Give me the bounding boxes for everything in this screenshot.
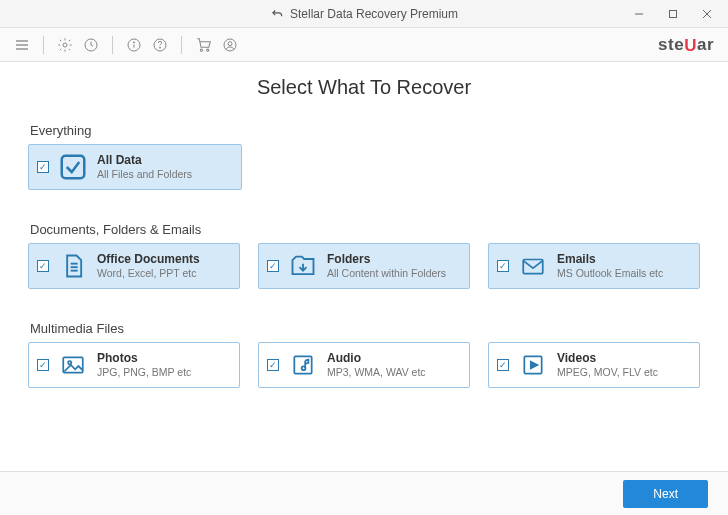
- checkbox-photos[interactable]: ✓: [37, 359, 49, 371]
- window-minimize-button[interactable]: [622, 0, 656, 28]
- card-folders[interactable]: ✓ Folders All Content within Folders: [258, 243, 470, 289]
- toolbar: steUar: [0, 28, 728, 62]
- svg-point-7: [63, 43, 67, 47]
- card-audio[interactable]: ✓ Audio MP3, WMA, WAV etc: [258, 342, 470, 388]
- checkbox-videos[interactable]: ✓: [497, 359, 509, 371]
- svg-rect-18: [62, 156, 85, 179]
- svg-point-27: [302, 366, 306, 370]
- card-title: Photos: [97, 351, 191, 366]
- folder-download-icon: [287, 250, 319, 282]
- check-large-icon: [57, 151, 89, 183]
- footer: Next: [0, 471, 728, 515]
- checkbox-office[interactable]: ✓: [37, 260, 49, 272]
- checkbox-all-data[interactable]: ✓: [37, 161, 49, 173]
- svg-marker-29: [531, 362, 538, 369]
- gear-icon[interactable]: [57, 37, 73, 53]
- music-note-icon: [287, 349, 319, 381]
- checkbox-audio[interactable]: ✓: [267, 359, 279, 371]
- svg-point-15: [207, 49, 209, 51]
- window-close-button[interactable]: [690, 0, 724, 28]
- checkbox-emails[interactable]: ✓: [497, 260, 509, 272]
- section-label-media: Multimedia Files: [30, 321, 700, 336]
- svg-rect-1: [670, 10, 677, 17]
- card-sub: All Files and Folders: [97, 168, 192, 181]
- card-title: Office Documents: [97, 252, 200, 267]
- svg-point-13: [159, 47, 160, 48]
- card-title: Videos: [557, 351, 658, 366]
- card-title: All Data: [97, 153, 192, 168]
- document-icon: [57, 250, 89, 282]
- card-sub: MP3, WMA, WAV etc: [327, 366, 426, 379]
- play-icon: [517, 349, 549, 381]
- menu-icon[interactable]: [14, 37, 30, 53]
- brand-logo: steUar: [658, 35, 714, 55]
- card-title: Emails: [557, 252, 663, 267]
- titlebar: Stellar Data Recovery Premium: [0, 0, 728, 28]
- card-sub: All Content within Folders: [327, 267, 446, 280]
- toolbar-separator: [43, 36, 44, 54]
- svg-rect-23: [523, 260, 543, 274]
- user-icon[interactable]: [222, 37, 238, 53]
- svg-point-14: [200, 49, 202, 51]
- section-label-everything: Everything: [30, 123, 700, 138]
- envelope-icon: [517, 250, 549, 282]
- info-icon[interactable]: [126, 37, 142, 53]
- card-photos[interactable]: ✓ Photos JPG, PNG, BMP etc: [28, 342, 240, 388]
- checkbox-folders[interactable]: ✓: [267, 260, 279, 272]
- card-title: Folders: [327, 252, 446, 267]
- card-office-documents[interactable]: ✓ Office Documents Word, Excel, PPT etc: [28, 243, 240, 289]
- card-all-data[interactable]: ✓ All Data All Files and Folders: [28, 144, 242, 190]
- history-icon[interactable]: [83, 37, 99, 53]
- toolbar-separator: [181, 36, 182, 54]
- card-videos[interactable]: ✓ Videos MPEG, MOV, FLV etc: [488, 342, 700, 388]
- card-sub: MS Outlook Emails etc: [557, 267, 663, 280]
- main-content: Select What To Recover Everything ✓ All …: [0, 62, 728, 471]
- app-back-icon: [270, 7, 284, 21]
- window-maximize-button[interactable]: [656, 0, 690, 28]
- page-title: Select What To Recover: [28, 76, 700, 99]
- image-icon: [57, 349, 89, 381]
- svg-point-17: [228, 41, 232, 45]
- card-emails[interactable]: ✓ Emails MS Outlook Emails etc: [488, 243, 700, 289]
- section-label-docs: Documents, Folders & Emails: [30, 222, 700, 237]
- card-sub: MPEG, MOV, FLV etc: [557, 366, 658, 379]
- help-icon[interactable]: [152, 37, 168, 53]
- cart-icon[interactable]: [195, 36, 212, 53]
- card-sub: JPG, PNG, BMP etc: [97, 366, 191, 379]
- window-title: Stellar Data Recovery Premium: [290, 7, 458, 21]
- toolbar-separator: [112, 36, 113, 54]
- svg-point-11: [133, 41, 134, 42]
- card-sub: Word, Excel, PPT etc: [97, 267, 200, 280]
- card-title: Audio: [327, 351, 426, 366]
- next-button[interactable]: Next: [623, 480, 708, 508]
